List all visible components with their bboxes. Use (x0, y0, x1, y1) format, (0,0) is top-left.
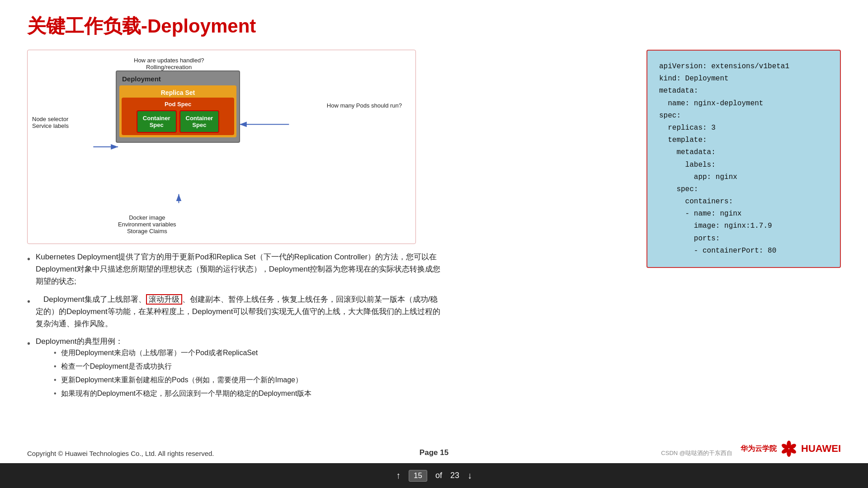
code-line-8: metadata: (659, 146, 828, 159)
code-line-4: name: nginx-deployment (659, 98, 828, 110)
code-line-6: replicas: 3 (659, 122, 828, 134)
page-number-text: Page 15 (420, 448, 448, 457)
bullet-3-content: Deployment的典型用例： • 使用Deployment来启动（上线/部署… (36, 335, 311, 402)
bullet-3-sub-4: • 如果现有的Deployment不稳定，那么回滚到一个早期的稳定的Deploy… (54, 388, 311, 399)
nav-down-arrow[interactable]: ↓ (467, 470, 472, 481)
bullet-3-sub-2: • 检查一个Deployment是否成功执行 (54, 361, 311, 372)
pod-spec-box: Pod Spec ContainerSpec ContainerSpec (122, 98, 234, 135)
bullet-3-sub-1: • 使用Deployment来启动（上线/部署）一个Pod或者ReplicaSe… (54, 347, 311, 358)
bullet-3-text: Deployment的典型用例： (36, 335, 311, 347)
nav-up-arrow[interactable]: ↑ (396, 470, 401, 481)
huawei-cloud-text: 华为云学院 (741, 444, 777, 454)
bullet-3-sub-3: • 更新Deployment来重新创建相应的Pods（例如，需要使用一个新的Im… (54, 375, 311, 385)
code-line-15: ports: (659, 233, 828, 245)
code-line-2: kind: Deployment (659, 73, 828, 85)
code-line-3: metadata: (659, 85, 828, 97)
code-box: apiVersion: extensions/v1beta1 kind: Dep… (646, 50, 841, 268)
code-line-13: - name: nginx (659, 208, 828, 220)
page-title: 关键工作负载-Deployment (27, 14, 841, 39)
code-line-9: labels: (659, 159, 828, 171)
annotation-docker: Docker image Environment variables Stora… (118, 214, 176, 235)
current-page: 15 (409, 470, 427, 482)
code-line-16: - containerPort: 80 (659, 245, 828, 257)
bullet-1-text: Kubernetes Deployment提供了官方的用于更新Pod和Repli… (36, 251, 443, 288)
bullets-area: • Kubernetes Deployment提供了官方的用于更新Pod和Rep… (27, 251, 443, 407)
pod-spec-label: Pod Spec (124, 100, 232, 108)
replica-set-box: Replica Set Pod Spec ContainerSpec Conta… (119, 85, 236, 137)
code-line-7: template: (659, 134, 828, 146)
bullet-dot-3: • (27, 336, 30, 351)
huawei-brand-text: HUAWEI (801, 443, 841, 455)
bullet-1: • Kubernetes Deployment提供了官方的用于更新Pod和Rep… (27, 251, 443, 288)
diagram-container: How are updates handled? Rolling/recreat… (27, 50, 416, 244)
huawei-logo: 华为云学院 HUAWEI (741, 440, 841, 457)
csdn-label: CSDN @哒哒酒的干东西自 (661, 449, 732, 457)
container-specs-row: ContainerSpec ContainerSpec (124, 110, 232, 133)
bullet-dot-1: • (27, 252, 30, 266)
of-label: of (435, 471, 442, 480)
footer-nav[interactable]: ↑ 15 of 23 ↓ (396, 470, 472, 482)
code-line-1: apiVersion: extensions/v1beta1 (659, 61, 828, 73)
code-line-5: spec: (659, 110, 828, 122)
annotation-updates: How are updates handled? Rolling/recreat… (134, 57, 204, 70)
bullet-3: • Deployment的典型用例： • 使用Deployment来启动（上线/… (27, 335, 443, 402)
container-spec-1: ContainerSpec (137, 110, 177, 133)
huawei-flower-icon (780, 440, 797, 457)
bullet-2-text: Deployment集成了上线部署、滚动升级、创建副本、暂停上线任务，恢复上线任… (36, 293, 443, 330)
footer-bar: ↑ 15 of 23 ↓ (0, 463, 868, 488)
total-pages: 23 (450, 471, 459, 480)
code-line-12: containers: (659, 196, 828, 208)
annotation-node: Node selector Service labels (32, 116, 69, 129)
container-spec-2: ContainerSpec (179, 110, 220, 133)
highlight-rolling: 滚动升级 (146, 294, 182, 305)
bullet-dot-2: • (27, 294, 30, 309)
deployment-label: Deployment (119, 74, 236, 84)
replica-set-label: Replica Set (122, 88, 234, 98)
diagram-area: How are updates handled? Rolling/recreat… (27, 50, 416, 244)
code-line-14: image: nginx:1.7.9 (659, 220, 828, 232)
deployment-box: Deployment Replica Set Pod Spec Containe… (116, 70, 240, 143)
code-line-10: app: nginx (659, 171, 828, 183)
annotation-pods: How many Pods should run? (327, 102, 402, 109)
bullet-2: • Deployment集成了上线部署、滚动升级、创建副本、暂停上线任务，恢复上… (27, 293, 443, 330)
copyright-text: Copyright © Huawei Technologies Co., Ltd… (27, 450, 214, 457)
code-line-11: spec: (659, 183, 828, 196)
